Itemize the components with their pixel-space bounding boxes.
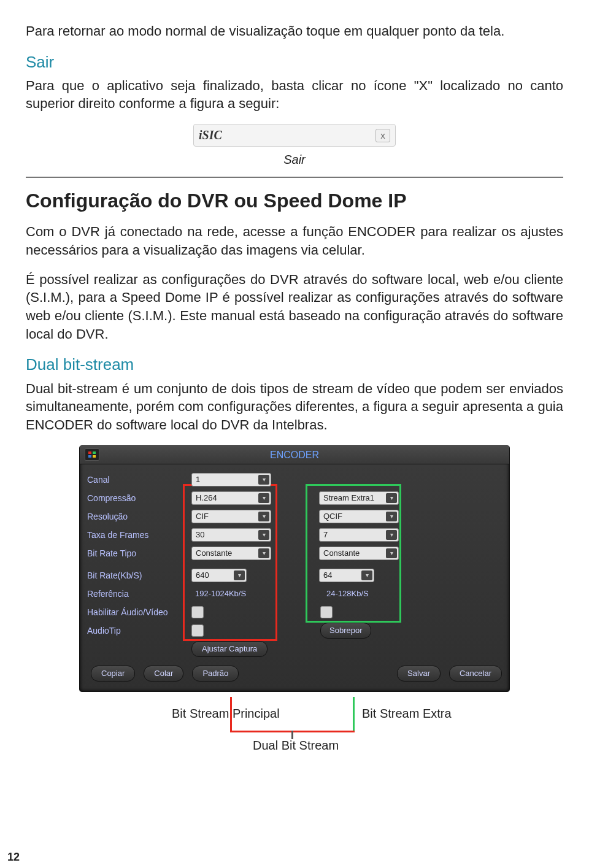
select-resolucao-extra[interactable]: QCIF▾	[319, 510, 399, 523]
select-stream-extra[interactable]: Stream Extra1▾	[319, 491, 399, 505]
check-av-extra[interactable]	[320, 606, 333, 618]
dual-paragraph: Dual bit-stream é um conjunto de dois ti…	[26, 380, 563, 434]
select-compressao[interactable]: H.264▾	[191, 491, 271, 505]
chevron-down-icon: ▾	[258, 530, 269, 540]
select-br-extra[interactable]: 64▾	[319, 569, 374, 582]
encoder-panel: ENCODER Canal 1▾ Compressão H.264▾ Strea…	[79, 445, 510, 693]
close-icon[interactable]: x	[375, 129, 390, 142]
chevron-down-icon: ▾	[386, 548, 397, 558]
sair-heading: Sair	[26, 52, 563, 73]
chevron-down-icon: ▾	[234, 570, 245, 580]
svg-rect-0	[88, 451, 91, 454]
config-para2: É possível realizar as configurações do …	[26, 271, 563, 344]
colar-button[interactable]: Colar	[144, 666, 183, 682]
sobrepor-button[interactable]: Sobrepor	[320, 623, 371, 639]
cancelar-button[interactable]: Cancelar	[449, 666, 502, 682]
isic-window-bar: iSIC x	[193, 124, 396, 147]
chevron-down-icon: ▾	[258, 475, 269, 485]
label-audiotip: AudioTip	[87, 625, 185, 637]
label-referencia: Referência	[87, 588, 185, 600]
isic-app-label: iSIC	[199, 127, 375, 144]
label-compressao: Compressão	[87, 493, 185, 504]
legend-principal: Bit Stream Principal	[172, 705, 280, 722]
chevron-down-icon: ▾	[386, 493, 397, 503]
select-brtipo-extra[interactable]: Constante▾	[319, 547, 399, 560]
green-stem	[353, 697, 355, 731]
sair-paragraph: Para que o aplicativo seja finalizado, b…	[26, 77, 563, 113]
select-resolucao-main[interactable]: CIF▾	[191, 510, 271, 523]
select-canal[interactable]: 1▾	[191, 473, 271, 486]
padrao-button[interactable]: Padrão	[192, 666, 239, 682]
intro-paragraph: Para retornar ao modo normal de visualiz…	[26, 22, 563, 40]
ref-extra: 24-128Kb/S	[323, 588, 406, 599]
chevron-down-icon: ▾	[386, 530, 397, 540]
svg-rect-2	[88, 455, 91, 458]
label-resolucao: Resolução	[87, 511, 185, 523]
svg-rect-3	[93, 455, 96, 458]
chevron-down-icon: ▾	[258, 548, 269, 558]
ajustar-captura-button[interactable]: Ajustar Captura	[191, 641, 268, 657]
encoder-icon	[85, 448, 99, 461]
chevron-down-icon: ▾	[258, 512, 269, 521]
config-title: Configuração do DVR ou Speed Dome IP	[26, 188, 563, 214]
select-frames-main[interactable]: 30▾	[191, 528, 271, 542]
config-para1: Com o DVR já conectado na rede, acesse a…	[26, 223, 563, 259]
ref-main: 192-1024Kb/S	[191, 588, 275, 599]
label-bitrate-kbs: Bit Rate(Kb/S)	[87, 570, 185, 582]
check-av-main[interactable]	[191, 606, 204, 618]
legend-dual: Dual Bit Stream	[253, 737, 339, 754]
salvar-button[interactable]: Salvar	[397, 666, 441, 682]
dual-stream-legend: Bit Stream Principal Bit Stream Extra Du…	[80, 697, 509, 752]
select-br-main[interactable]: 640▾	[191, 569, 247, 582]
encoder-title-text: ENCODER	[270, 450, 319, 460]
chevron-down-icon: ▾	[361, 570, 372, 580]
label-taxa-frames: Taxa de Frames	[87, 529, 185, 541]
chevron-down-icon: ▾	[386, 512, 397, 521]
svg-rect-1	[93, 451, 96, 454]
select-brtipo-main[interactable]: Constante▾	[191, 547, 271, 560]
isic-caption: Sair	[26, 152, 563, 168]
check-audiotip[interactable]	[191, 624, 204, 637]
label-habilitar-av: Habilitar Áudio/Vídeo	[87, 607, 185, 618]
copiar-button[interactable]: Copiar	[91, 666, 135, 682]
legend-extra: Bit Stream Extra	[362, 705, 452, 722]
dual-heading: Dual bit-stream	[26, 354, 563, 375]
select-frames-extra[interactable]: 7▾	[319, 528, 399, 542]
chevron-down-icon: ▾	[258, 493, 269, 503]
encoder-title-bar: ENCODER	[80, 446, 509, 465]
label-bitrate-tipo: Bit Rate Tipo	[87, 548, 185, 559]
section-divider	[26, 177, 563, 178]
label-canal: Canal	[87, 474, 185, 486]
